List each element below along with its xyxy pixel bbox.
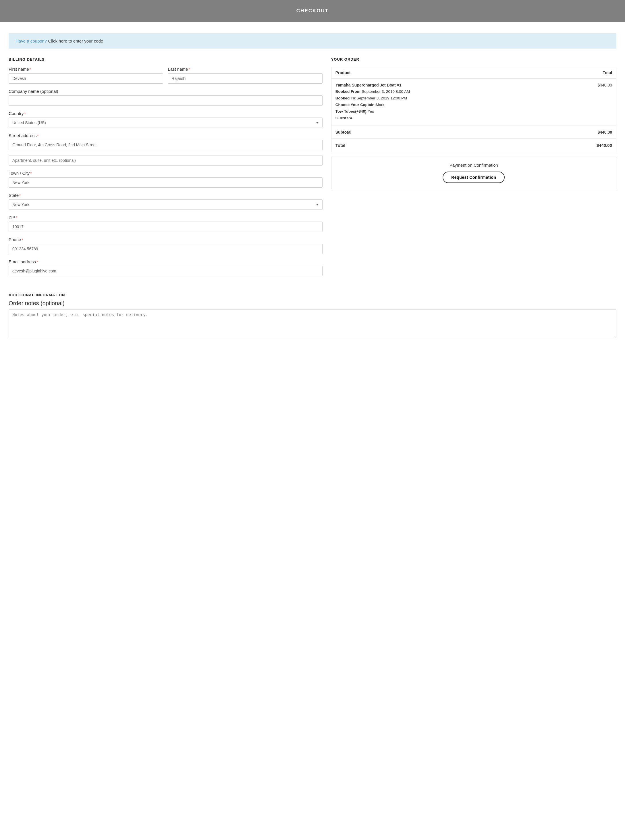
page-header: CHECKOUT bbox=[0, 0, 625, 22]
main-content: BILLING DETAILS First name* Last name* C… bbox=[9, 57, 616, 281]
country-group: Country* United States (US) Canada Unite… bbox=[9, 111, 323, 128]
zip-required: * bbox=[16, 215, 17, 220]
total-value: $440.00 bbox=[553, 139, 616, 152]
state-group: State* New York California Texas Florida… bbox=[9, 193, 323, 210]
col-product: Product bbox=[331, 67, 553, 79]
last-name-group: Last name* bbox=[168, 67, 322, 84]
last-name-input[interactable] bbox=[168, 73, 322, 84]
last-name-required: * bbox=[188, 67, 190, 72]
first-name-input[interactable] bbox=[9, 73, 163, 84]
order-product-price: $440.00 bbox=[553, 79, 616, 126]
first-name-label: First name* bbox=[9, 67, 163, 72]
additional-title: ADDITIONAL INFORMATION bbox=[9, 293, 616, 297]
billing-title: BILLING DETAILS bbox=[9, 57, 323, 61]
country-required: * bbox=[25, 112, 26, 116]
town-city-label: Town / City* bbox=[9, 171, 323, 176]
phone-label: Phone* bbox=[9, 237, 323, 242]
email-required: * bbox=[36, 260, 38, 264]
first-name-group: First name* bbox=[9, 67, 163, 84]
zip-label: ZIP* bbox=[9, 215, 323, 220]
order-table: Product Total Yamaha Supercharged Jet Bo… bbox=[331, 67, 616, 152]
confirm-button[interactable]: Request Confirmation bbox=[443, 171, 505, 183]
order-product-cell: Yamaha Supercharged Jet Boat ×1 Booked F… bbox=[331, 79, 553, 126]
company-name-input[interactable] bbox=[9, 95, 323, 106]
order-section: YOUR ORDER Product Total Yamaha Supercha… bbox=[331, 57, 616, 189]
state-required: * bbox=[19, 193, 21, 198]
first-name-required: * bbox=[30, 67, 31, 72]
country-select[interactable]: United States (US) Canada United Kingdom… bbox=[9, 117, 323, 128]
order-total-row: Total $440.00 bbox=[331, 139, 616, 152]
zip-input[interactable] bbox=[9, 221, 323, 232]
last-name-label: Last name* bbox=[168, 67, 322, 72]
subtotal-value: $440.00 bbox=[553, 126, 616, 139]
company-name-group: Company name (optional) bbox=[9, 89, 323, 106]
payment-box: Payment on Confirmation Request Confirma… bbox=[331, 157, 616, 189]
town-city-input[interactable] bbox=[9, 177, 323, 188]
street-address2-group bbox=[9, 155, 323, 165]
phone-input[interactable] bbox=[9, 244, 323, 254]
product-details: Booked From:September 3, 2019 8:00 AM Bo… bbox=[336, 89, 549, 122]
email-label: Email address* bbox=[9, 259, 323, 264]
phone-group: Phone* bbox=[9, 237, 323, 254]
state-label: State* bbox=[9, 193, 323, 198]
street-address-group: Street address* bbox=[9, 133, 323, 150]
zip-group: ZIP* bbox=[9, 215, 323, 232]
company-name-label: Company name (optional) bbox=[9, 89, 323, 94]
town-city-group: Town / City* bbox=[9, 171, 323, 188]
order-notes-input[interactable] bbox=[9, 310, 616, 338]
order-subtotal-row: Subtotal $440.00 bbox=[331, 126, 616, 139]
order-table-header-row: Product Total bbox=[331, 67, 616, 79]
street-address-required: * bbox=[37, 134, 39, 138]
country-label: Country* bbox=[9, 111, 323, 116]
phone-required: * bbox=[22, 238, 23, 242]
email-group: Email address* bbox=[9, 259, 323, 276]
street-address-input[interactable] bbox=[9, 140, 323, 150]
billing-section: BILLING DETAILS First name* Last name* C… bbox=[9, 57, 323, 281]
order-title: YOUR ORDER bbox=[331, 57, 616, 61]
street-address-label: Street address* bbox=[9, 133, 323, 138]
col-total: Total bbox=[553, 67, 616, 79]
name-row: First name* Last name* bbox=[9, 67, 323, 84]
coupon-link[interactable]: Have a coupon? bbox=[16, 39, 47, 44]
state-select[interactable]: New York California Texas Florida Illino… bbox=[9, 199, 323, 210]
email-input[interactable] bbox=[9, 266, 323, 276]
total-label: Total bbox=[331, 139, 553, 152]
additional-section: ADDITIONAL INFORMATION Order notes (opti… bbox=[9, 293, 616, 339]
header-title: CHECKOUT bbox=[296, 8, 329, 14]
street-address2-input[interactable] bbox=[9, 155, 323, 165]
payment-label: Payment on Confirmation bbox=[336, 163, 611, 168]
town-city-required: * bbox=[30, 171, 32, 176]
coupon-bar: Have a coupon? Click here to enter your … bbox=[9, 33, 616, 48]
coupon-description: Click here to enter your code bbox=[47, 39, 103, 44]
product-name: Yamaha Supercharged Jet Boat ×1 bbox=[336, 83, 549, 87]
order-notes-label: Order notes (optional) bbox=[9, 300, 616, 307]
order-product-row: Yamaha Supercharged Jet Boat ×1 Booked F… bbox=[331, 79, 616, 126]
subtotal-label: Subtotal bbox=[331, 126, 553, 139]
